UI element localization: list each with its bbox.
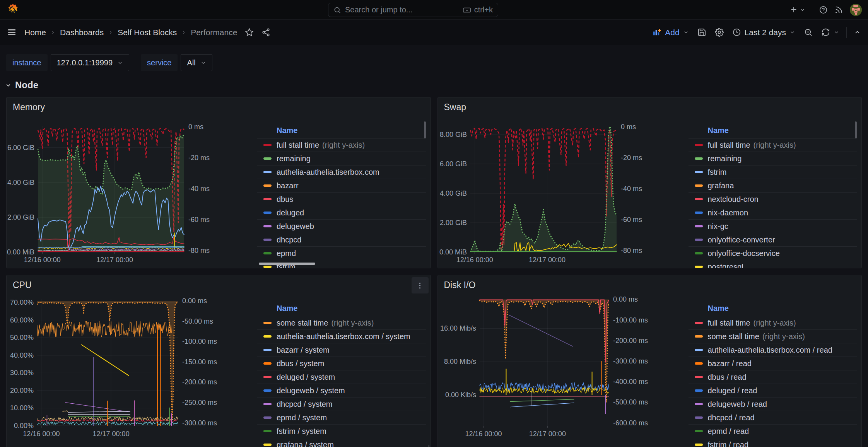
series-color-swatch bbox=[263, 389, 272, 392]
legend-row[interactable]: postgresql bbox=[689, 260, 857, 268]
legend-row[interactable]: delugeweb bbox=[257, 220, 426, 233]
legend-row[interactable]: remaining bbox=[257, 152, 426, 165]
search-input[interactable]: Search or jump to... ctrl+k bbox=[328, 3, 498, 17]
favorite-star-button[interactable] bbox=[245, 28, 254, 37]
memory-chart[interactable]: 6.00 GiB4.00 GiB2.00 GiB0.00 MiB0 ms-20 … bbox=[7, 114, 260, 268]
legend-row[interactable]: bazarr / read bbox=[689, 357, 857, 370]
clock-icon bbox=[732, 28, 741, 37]
legend-row[interactable]: fstrim bbox=[689, 165, 857, 179]
series-axis-note: (right y-axis) bbox=[322, 141, 365, 150]
legend-row[interactable]: epmd bbox=[257, 247, 426, 260]
refresh-icon bbox=[821, 28, 830, 37]
breadcrumb-separator bbox=[50, 30, 56, 35]
legend-row[interactable]: fstrim / read bbox=[689, 438, 857, 447]
legend-row[interactable]: grafana bbox=[689, 179, 857, 193]
rss-icon bbox=[834, 5, 843, 14]
legend-row[interactable]: delugeweb / read bbox=[689, 398, 857, 411]
series-color-swatch bbox=[263, 157, 272, 160]
panel-resize-handle[interactable] bbox=[424, 443, 429, 447]
legend-row[interactable]: dbus / system bbox=[257, 357, 426, 370]
variable-service-select[interactable]: All bbox=[181, 54, 212, 71]
legend-row[interactable]: some stall time(right y-axis) bbox=[689, 330, 857, 343]
legend-name-header[interactable]: Name bbox=[689, 292, 857, 316]
legend-row[interactable]: fstrim / system bbox=[257, 425, 426, 438]
legend-row[interactable]: some stall time(right y-axis) bbox=[257, 316, 426, 330]
legend-row[interactable]: bazarr / system bbox=[257, 343, 426, 357]
svg-text:-300.00 ms: -300.00 ms bbox=[182, 419, 217, 427]
series-color-swatch bbox=[263, 171, 272, 173]
swap-chart[interactable]: 8.00 GiB6.00 GiB4.00 GiB2.00 GiB0.00 MiB… bbox=[438, 114, 692, 268]
legend-row[interactable]: deluged / system bbox=[257, 370, 426, 384]
legend-row[interactable]: remaining bbox=[689, 152, 857, 165]
row-node-toggle[interactable]: Node bbox=[5, 80, 868, 90]
share-button[interactable] bbox=[261, 28, 270, 37]
series-label: dbus / system bbox=[277, 359, 324, 368]
legend-name-header[interactable]: Name bbox=[257, 292, 426, 316]
legend-name-header[interactable]: Name bbox=[257, 114, 426, 138]
svg-text:8.00 Mib/s: 8.00 Mib/s bbox=[444, 358, 476, 365]
refresh-button[interactable] bbox=[820, 26, 841, 39]
menu-toggle-button[interactable] bbox=[5, 25, 19, 39]
legend-row[interactable]: nextcloud-cron bbox=[689, 193, 857, 206]
svg-text:0.00 Kib/s: 0.00 Kib/s bbox=[445, 391, 476, 399]
panel-menu-button[interactable] bbox=[412, 277, 429, 293]
legend-row[interactable]: nix-daemon bbox=[689, 206, 857, 220]
zoom-out-time-button[interactable] bbox=[802, 26, 814, 39]
series-label: full stall time bbox=[708, 141, 750, 150]
series-color-swatch bbox=[695, 171, 703, 173]
help-button[interactable] bbox=[819, 5, 828, 14]
legend-row[interactable]: dhcpcd / system bbox=[257, 398, 426, 411]
grafana-logo[interactable] bbox=[6, 3, 19, 16]
legend-name-header[interactable]: Name bbox=[689, 114, 857, 138]
collapse-toolbar-button[interactable] bbox=[852, 26, 863, 38]
legend-row[interactable]: full stall time(right y-axis) bbox=[689, 138, 857, 152]
legend-row[interactable]: delugeweb / system bbox=[257, 384, 426, 398]
series-color-swatch bbox=[263, 212, 272, 214]
legend-row[interactable]: onlyoffice-docservice bbox=[689, 247, 857, 260]
breadcrumb-separator bbox=[108, 30, 113, 35]
legend-row[interactable]: dbus bbox=[257, 193, 426, 206]
legend-row[interactable]: dhcpcd bbox=[257, 233, 426, 247]
legend-row[interactable]: nix-gc bbox=[689, 220, 857, 233]
disk-io-chart[interactable]: 16.00 Mib/s8.00 Mib/s0.00 Kib/s0.00 ms-1… bbox=[438, 292, 692, 447]
series-label: full stall time bbox=[708, 319, 750, 328]
breadcrumb-folder[interactable]: Self Host Blocks bbox=[118, 28, 177, 37]
variable-instance-label[interactable]: instance bbox=[6, 54, 48, 71]
svg-text:2.00 GiB: 2.00 GiB bbox=[7, 213, 34, 221]
legend-row[interactable]: authelia-authelia.tiserbox.com / read bbox=[689, 343, 857, 357]
legend-row[interactable]: grafana / system bbox=[257, 438, 426, 447]
news-button[interactable] bbox=[834, 5, 843, 14]
new-button[interactable] bbox=[789, 5, 805, 14]
series-label: remaining bbox=[708, 154, 742, 163]
series-color-swatch bbox=[695, 430, 703, 432]
panel-cpu: CPU 70.00%60.00%50.00%40.00%30.00%20.00%… bbox=[6, 275, 431, 447]
legend-row[interactable]: full stall time(right y-axis) bbox=[689, 316, 857, 330]
legend-row[interactable]: epmd / system bbox=[257, 411, 426, 425]
series-label: fstrim / read bbox=[708, 440, 749, 447]
legend-row[interactable]: onlyoffice-converter bbox=[689, 233, 857, 247]
dashboard-settings-button[interactable] bbox=[713, 26, 725, 39]
help-icon bbox=[819, 5, 828, 14]
legend-row[interactable]: authelia-authelia.tiserbox.com bbox=[257, 165, 426, 179]
legend-row[interactable]: authelia-authelia.tiserbox.com / system bbox=[257, 330, 426, 343]
add-panel-button[interactable]: Add bbox=[651, 26, 690, 39]
avatar[interactable] bbox=[850, 4, 862, 16]
legend-row[interactable]: deluged / read bbox=[689, 384, 857, 398]
legend-row[interactable]: full stall time(right y-axis) bbox=[257, 138, 426, 152]
time-range-picker[interactable]: Last 2 days bbox=[731, 26, 797, 39]
legend-row[interactable]: epmd / read bbox=[689, 425, 857, 438]
legend-vertical-scrollbar[interactable] bbox=[424, 121, 426, 138]
legend-row[interactable]: deluged bbox=[257, 206, 426, 220]
variable-service-label[interactable]: service bbox=[141, 54, 178, 71]
save-dashboard-button[interactable] bbox=[696, 26, 708, 39]
legend-vertical-scrollbar[interactable] bbox=[855, 121, 857, 138]
breadcrumb-dashboards[interactable]: Dashboards bbox=[60, 28, 104, 37]
legend-row[interactable]: dhcpcd / read bbox=[689, 411, 857, 425]
legend-row[interactable]: bazarr bbox=[257, 179, 426, 193]
legend-row[interactable]: dbus / read bbox=[689, 370, 857, 384]
series-label: authelia-authelia.tiserbox.com / read bbox=[708, 346, 832, 355]
cpu-chart[interactable]: 70.00%60.00%50.00%40.00%30.00%20.00%10.0… bbox=[7, 292, 260, 447]
variable-instance-select[interactable]: 127.0.0.1:19999 bbox=[51, 54, 130, 71]
breadcrumb-home[interactable]: Home bbox=[24, 28, 46, 37]
legend-horizontal-scrollbar[interactable] bbox=[259, 263, 315, 265]
